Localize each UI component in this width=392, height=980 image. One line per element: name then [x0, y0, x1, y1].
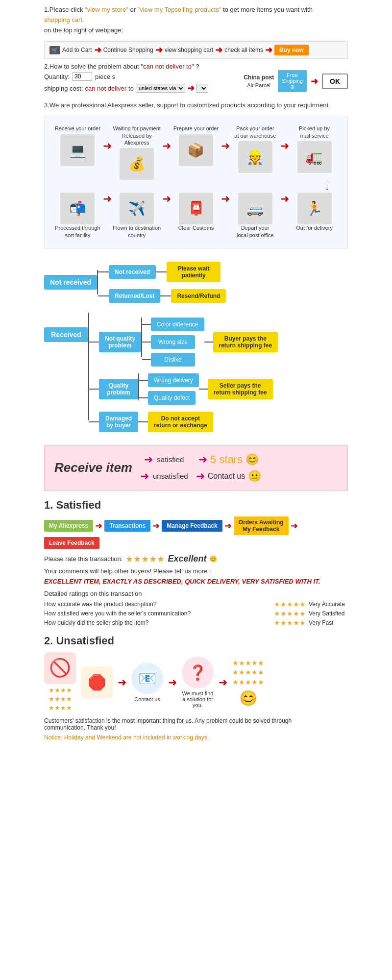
buy-now-button[interactable]: Buy now [274, 45, 309, 55]
excellent-emoji: 😊 [209, 555, 217, 563]
process-label-7: Depart yourlocal post office [237, 224, 274, 239]
ok-button[interactable]: OK [322, 74, 348, 89]
unsat-arrow-2: ➜ [168, 676, 177, 689]
wrong-size-box: Wrong size [151, 335, 195, 349]
contact-us-text: Contact us [208, 472, 245, 481]
process-icon-2: 💰 [120, 148, 154, 180]
arrow-ship1: ➜ [187, 83, 195, 94]
transactions-step: Transactions [104, 520, 150, 532]
process-step-1: Receive your order 💻 [52, 125, 103, 166]
manage-feedback-step: Manage Feedback [162, 520, 222, 532]
feedback-steps-bar: My Aliexpress ➜ Transactions ➜ Manage Fe… [44, 516, 348, 549]
comments-label: Your comments will help other buyers! Pl… [44, 567, 348, 575]
quantity-row: Quantity: piece s [44, 72, 208, 81]
dislike-box: Dislike [151, 353, 195, 367]
shipping-method-select[interactable] [196, 84, 208, 93]
view-topselling-link[interactable]: "view my Topselling products" [138, 6, 221, 13]
process-label-2: Waiting for paymentReleased by Aliexpres… [112, 125, 162, 146]
process-icon-1: 💻 [60, 134, 95, 166]
returned-lost-box: Returned/Lost [109, 289, 160, 303]
satisfied-section: 1. Satisfied My Aliexpress ➜ Transaction… [44, 499, 348, 627]
process-flow-section: Receive your order 💻 ➜ Waiting for payme… [44, 117, 348, 248]
detail-stars-3: ★★★★★ [274, 619, 306, 627]
unsat-no-sign: 🚫 ★★★★★★★★★★★★ [44, 652, 76, 713]
view-store-link[interactable]: "view my store" [85, 6, 128, 13]
process-label-5: Picked up bymail service [299, 125, 330, 139]
process-icon-9: ✈️ [120, 193, 154, 224]
step-add-to-cart: 🛒 Add to Cart [49, 46, 92, 54]
unsat-stars-1: ★★★★★★★★★★★★ [49, 686, 72, 713]
process-step-4: Pack your orderat our warehouse 👷 [230, 125, 280, 173]
check-items-label: check all items [224, 47, 263, 53]
unsatisfied-section: 2. Unsatisfied 🚫 ★★★★★★★★★★★★ 🛑 ➜ 📧 Cont… [44, 635, 348, 741]
process-icon-7: 🚐 [238, 193, 272, 224]
process-label-1: Receive your order [55, 125, 100, 132]
process-step-10: 📬 Processed throughsort facility [52, 193, 103, 241]
receive-arrow2: ➜ [140, 470, 149, 483]
detail-stars-2: ★★★★★ [274, 610, 306, 617]
feedback-text: EXCELLENT ITEM, EXACTLY AS DESCRIBED, QU… [44, 578, 348, 585]
rating-stars: ★★★★★ [125, 554, 165, 564]
detail-row-2: How satisfied were you with the seller's… [44, 610, 348, 617]
contact-us-label: Contact us [134, 696, 160, 702]
quality-problem-box: Qualityproblem [99, 379, 138, 399]
five-stars-text: 5 stars [210, 453, 243, 466]
no-return-box: Do not acceptreturn or exchange [148, 412, 213, 432]
steps-arrow-1: ➜ [95, 520, 102, 531]
detail-result-2: Very Satisfied [309, 610, 348, 617]
flow-arrow-5: ➜ [280, 193, 289, 205]
receive-item-title: Receive item [54, 460, 132, 475]
not-received-sub1: Not received [109, 265, 156, 279]
wrong-delivery-box: Wrong delivery [148, 373, 199, 387]
stop-icon: 🛑 [81, 666, 113, 698]
no-sign-icon: 🚫 [44, 652, 76, 684]
damaged-box: Damagedby buyer [99, 412, 138, 432]
stop-n-group: 🛑 [81, 666, 113, 698]
steps-arrow-4: ➜ [291, 520, 298, 531]
process-label-4: Pack your orderat our warehouse [234, 125, 276, 139]
cannot-deliver-label: can not deliver [85, 85, 127, 92]
process-label-8: Clear Customs [178, 224, 214, 231]
flow-arrow-1: ➜ [103, 140, 112, 152]
receive-arrow1: ➜ [144, 453, 153, 466]
shopping-cart-text: shopping cart. [44, 16, 84, 24]
step-continue-shopping: Continue Shopping [103, 47, 153, 53]
destination-select[interactable]: unied states via [136, 84, 185, 93]
unsat-arrow-1: ➜ [118, 676, 126, 689]
neutral-emoji: 😐 [248, 470, 261, 483]
rate-label: Please rate this transaction: [44, 555, 122, 563]
detail-label-3: How quickly did the seller ship the item… [44, 619, 271, 626]
ship-label: shipping cost: [44, 85, 83, 92]
section1: 1.Please click "view my store" or "view … [44, 5, 348, 35]
rate-row: Please rate this transaction: ★★★★★ Exce… [44, 554, 348, 564]
flow-arrow-4: ➜ [280, 140, 289, 152]
flow-arrow-3: ➜ [221, 140, 230, 152]
flow-arrow-8: ➜ [103, 193, 112, 205]
qty-input[interactable] [73, 72, 92, 81]
unsat-email: 📧 Contact us [131, 662, 163, 702]
excellent-label: Excellent [168, 554, 206, 564]
view-cart-label: view shopping cart [165, 47, 213, 53]
free-shipping-box: FreeShipping⊕ [278, 70, 307, 92]
add-to-cart-label: Add to Cart [62, 47, 92, 53]
process-label-10: Processed throughsort facility [55, 224, 100, 239]
flow-arrow-7: ➜ [162, 193, 171, 205]
cart-steps-bar: 🛒 Add to Cart ➜ Continue Shopping ➜ view… [44, 41, 348, 59]
step-view-cart: view shopping cart [165, 47, 213, 53]
qty-unit: piece s [95, 73, 115, 80]
section1-text1: 1.Please click [44, 6, 85, 13]
not-quality-box: Not qualityproblem [99, 332, 141, 352]
satisfied-label: satisfied [157, 455, 184, 464]
qty-label: Quantity: [44, 73, 70, 80]
resend-refund-box: Resend/Refund [171, 289, 226, 303]
please-wait-box: Please waitpatiently [167, 262, 220, 282]
turn-arrow: ↓ [324, 180, 330, 193]
china-post-sub: Air Parcel [244, 82, 274, 89]
arrow-4: ➜ [265, 45, 272, 55]
detail-row-1: How accurate was the product description… [44, 600, 348, 608]
process-icon-4: 👷 [238, 141, 272, 173]
detail-label-2: How satisfied were you with the seller's… [44, 610, 271, 617]
happy-emoji: 😊 [245, 453, 259, 466]
steps-arrow-3: ➜ [224, 520, 232, 531]
unsat-stars-result: ★★★★★★★★★★★★★★★ [232, 659, 264, 687]
